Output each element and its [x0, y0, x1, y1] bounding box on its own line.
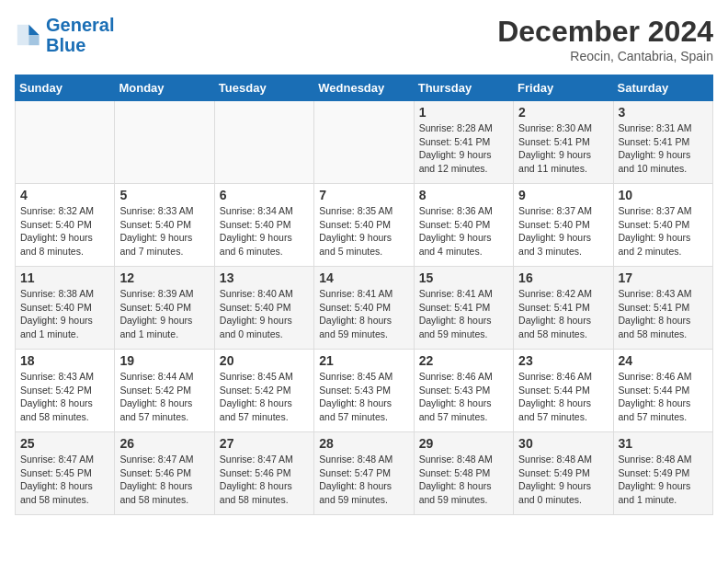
calendar-cell	[314, 101, 414, 184]
calendar-cell: 21 Sunrise: 8:45 AMSunset: 5:43 PMDaylig…	[314, 350, 414, 432]
calendar-cell: 1 Sunrise: 8:28 AMSunset: 5:41 PMDayligh…	[414, 101, 513, 184]
day-info: Sunrise: 8:46 AMSunset: 5:44 PMDaylight:…	[619, 370, 708, 424]
calendar-cell: 31 Sunrise: 8:48 AMSunset: 5:49 PMDaylig…	[613, 432, 712, 515]
svg-rect-2	[17, 25, 29, 45]
svg-marker-0	[28, 25, 39, 35]
calendar-cell: 18 Sunrise: 8:43 AMSunset: 5:42 PMDaylig…	[16, 350, 115, 432]
day-number: 18	[20, 353, 109, 368]
day-info: Sunrise: 8:39 AMSunset: 5:40 PMDaylight:…	[119, 287, 209, 341]
day-info: Sunrise: 8:37 AMSunset: 5:40 PMDaylight:…	[619, 204, 708, 259]
logo-line2: Blue	[46, 35, 85, 55]
calendar-cell: 29 Sunrise: 8:48 AMSunset: 5:48 PMDaylig…	[414, 432, 513, 515]
day-number: 20	[220, 353, 309, 368]
day-info: Sunrise: 8:37 AMSunset: 5:40 PMDaylight:…	[518, 204, 608, 259]
day-number: 23	[518, 353, 608, 368]
day-info: Sunrise: 8:45 AMSunset: 5:43 PMDaylight:…	[319, 370, 408, 424]
svg-marker-1	[28, 35, 39, 45]
day-number: 15	[419, 270, 508, 285]
logo-line1: General	[46, 15, 114, 35]
day-number: 27	[220, 436, 309, 451]
day-number: 6	[220, 188, 309, 202]
calendar-cell: 23 Sunrise: 8:46 AMSunset: 5:44 PMDaylig…	[514, 350, 613, 432]
day-number: 31	[619, 436, 708, 451]
day-number: 30	[518, 436, 608, 451]
day-info: Sunrise: 8:38 AMSunset: 5:40 PMDaylight:…	[20, 287, 109, 341]
day-info: Sunrise: 8:46 AMSunset: 5:43 PMDaylight:…	[419, 370, 508, 424]
calendar-cell	[214, 101, 313, 184]
day-number: 25	[20, 436, 109, 451]
calendar-cell: 5 Sunrise: 8:33 AMSunset: 5:40 PMDayligh…	[115, 184, 214, 267]
title-block: December 2024 Reocin, Cantabria, Spain	[497, 15, 713, 63]
day-number: 1	[419, 105, 508, 120]
header-tuesday: Tuesday	[214, 75, 313, 101]
calendar-cell	[115, 101, 214, 184]
day-number: 9	[518, 188, 608, 202]
day-info: Sunrise: 8:43 AMSunset: 5:42 PMDaylight:…	[20, 370, 109, 424]
day-number: 29	[419, 436, 508, 451]
day-number: 11	[20, 270, 109, 285]
header-saturday: Saturday	[613, 75, 712, 101]
calendar-cell: 9 Sunrise: 8:37 AMSunset: 5:40 PMDayligh…	[514, 184, 613, 267]
logo-text: General Blue	[46, 15, 114, 55]
day-info: Sunrise: 8:36 AMSunset: 5:40 PMDaylight:…	[419, 204, 508, 259]
calendar-cell: 26 Sunrise: 8:47 AMSunset: 5:46 PMDaylig…	[115, 432, 214, 515]
day-info: Sunrise: 8:44 AMSunset: 5:42 PMDaylight:…	[119, 370, 209, 424]
day-number: 10	[619, 188, 708, 202]
calendar-week-row: 18 Sunrise: 8:43 AMSunset: 5:42 PMDaylig…	[16, 350, 713, 432]
day-number: 7	[319, 188, 408, 202]
calendar-cell: 30 Sunrise: 8:48 AMSunset: 5:49 PMDaylig…	[514, 432, 613, 515]
day-number: 21	[319, 353, 408, 368]
day-info: Sunrise: 8:48 AMSunset: 5:49 PMDaylight:…	[518, 453, 608, 507]
day-number: 19	[119, 353, 209, 368]
day-info: Sunrise: 8:33 AMSunset: 5:40 PMDaylight:…	[119, 204, 209, 259]
day-number: 14	[319, 270, 408, 285]
day-number: 5	[119, 188, 209, 202]
day-number: 2	[518, 105, 608, 120]
page-header: General Blue December 2024 Reocin, Canta…	[15, 15, 713, 63]
day-number: 8	[419, 188, 508, 202]
header-thursday: Thursday	[414, 75, 513, 101]
day-number: 12	[119, 270, 209, 285]
calendar-week-row: 4 Sunrise: 8:32 AMSunset: 5:40 PMDayligh…	[16, 184, 713, 267]
day-number: 22	[419, 353, 508, 368]
calendar-cell: 2 Sunrise: 8:30 AMSunset: 5:41 PMDayligh…	[514, 101, 613, 184]
header-sunday: Sunday	[16, 75, 115, 101]
calendar-cell: 16 Sunrise: 8:42 AMSunset: 5:41 PMDaylig…	[514, 267, 613, 350]
day-info: Sunrise: 8:41 AMSunset: 5:40 PMDaylight:…	[319, 287, 408, 341]
calendar-cell: 10 Sunrise: 8:37 AMSunset: 5:40 PMDaylig…	[613, 184, 712, 267]
day-info: Sunrise: 8:47 AMSunset: 5:46 PMDaylight:…	[119, 453, 209, 507]
calendar-cell: 20 Sunrise: 8:45 AMSunset: 5:42 PMDaylig…	[214, 350, 313, 432]
day-info: Sunrise: 8:48 AMSunset: 5:47 PMDaylight:…	[319, 453, 408, 507]
calendar-cell: 11 Sunrise: 8:38 AMSunset: 5:40 PMDaylig…	[16, 267, 115, 350]
calendar-cell: 7 Sunrise: 8:35 AMSunset: 5:40 PMDayligh…	[314, 184, 414, 267]
day-info: Sunrise: 8:32 AMSunset: 5:40 PMDaylight:…	[20, 204, 109, 259]
calendar-table: SundayMondayTuesdayWednesdayThursdayFrid…	[15, 75, 713, 515]
day-number: 24	[619, 353, 708, 368]
day-info: Sunrise: 8:46 AMSunset: 5:44 PMDaylight:…	[518, 370, 608, 424]
calendar-cell: 4 Sunrise: 8:32 AMSunset: 5:40 PMDayligh…	[16, 184, 115, 267]
calendar-cell: 15 Sunrise: 8:41 AMSunset: 5:41 PMDaylig…	[414, 267, 513, 350]
day-number: 16	[518, 270, 608, 285]
header-friday: Friday	[514, 75, 613, 101]
day-info: Sunrise: 8:47 AMSunset: 5:46 PMDaylight:…	[220, 453, 309, 507]
calendar-week-row: 1 Sunrise: 8:28 AMSunset: 5:41 PMDayligh…	[16, 101, 713, 184]
calendar-cell: 8 Sunrise: 8:36 AMSunset: 5:40 PMDayligh…	[414, 184, 513, 267]
day-info: Sunrise: 8:48 AMSunset: 5:48 PMDaylight:…	[419, 453, 508, 507]
day-info: Sunrise: 8:42 AMSunset: 5:41 PMDaylight:…	[518, 287, 608, 341]
calendar-cell: 12 Sunrise: 8:39 AMSunset: 5:40 PMDaylig…	[115, 267, 214, 350]
day-info: Sunrise: 8:35 AMSunset: 5:40 PMDaylight:…	[319, 204, 408, 259]
calendar-cell: 27 Sunrise: 8:47 AMSunset: 5:46 PMDaylig…	[214, 432, 313, 515]
calendar-cell: 6 Sunrise: 8:34 AMSunset: 5:40 PMDayligh…	[214, 184, 313, 267]
calendar-cell: 17 Sunrise: 8:43 AMSunset: 5:41 PMDaylig…	[613, 267, 712, 350]
day-info: Sunrise: 8:28 AMSunset: 5:41 PMDaylight:…	[419, 121, 508, 176]
day-info: Sunrise: 8:34 AMSunset: 5:40 PMDaylight:…	[220, 204, 309, 259]
logo-icon	[15, 22, 40, 48]
day-number: 13	[220, 270, 309, 285]
logo: General Blue	[15, 15, 114, 55]
day-info: Sunrise: 8:47 AMSunset: 5:45 PMDaylight:…	[20, 453, 109, 507]
day-info: Sunrise: 8:45 AMSunset: 5:42 PMDaylight:…	[220, 370, 309, 424]
day-info: Sunrise: 8:48 AMSunset: 5:49 PMDaylight:…	[619, 453, 708, 507]
calendar-cell: 25 Sunrise: 8:47 AMSunset: 5:45 PMDaylig…	[16, 432, 115, 515]
header-wednesday: Wednesday	[314, 75, 414, 101]
location-subtitle: Reocin, Cantabria, Spain	[497, 49, 713, 63]
